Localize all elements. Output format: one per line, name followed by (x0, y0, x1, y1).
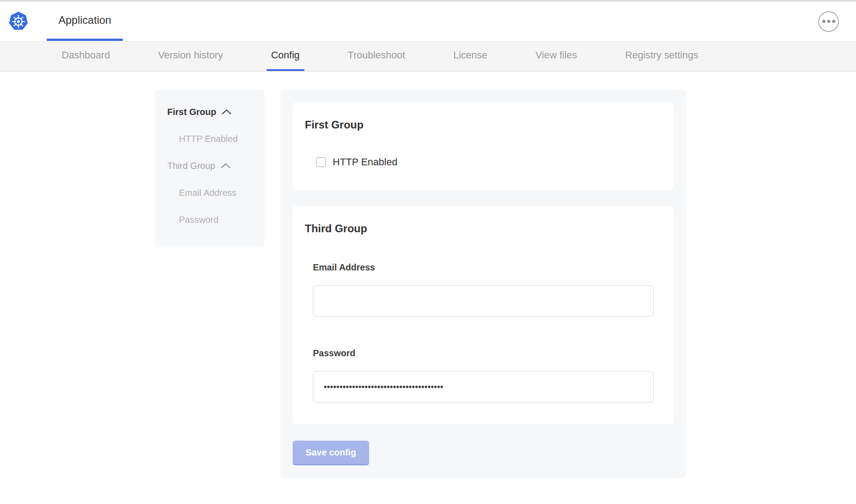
config-group-first: First Group HTTP Enabled (293, 102, 674, 190)
sidebar-item-http-enabled[interactable]: HTTP Enabled (155, 130, 264, 148)
app-tab-application[interactable]: Application (47, 2, 123, 41)
sidebar-item-third-group[interactable]: Third Group (155, 157, 264, 175)
sidebar-item-email-address[interactable]: Email Address (155, 184, 264, 202)
group-title: Third Group (305, 222, 662, 235)
save-config-button[interactable]: Save config (293, 441, 369, 465)
sidebar-item-password[interactable]: Password (155, 211, 264, 229)
sidebar-item-label: Password (179, 215, 218, 225)
tab-dashboard[interactable]: Dashboard (57, 41, 115, 71)
config-group-third: Third Group Email Address Password (293, 206, 674, 424)
password-label: Password (313, 347, 662, 359)
config-page: First Group HTTP Enabled Third Group Ema… (0, 71, 856, 478)
http-enabled-row[interactable]: HTTP Enabled (316, 156, 662, 168)
checkbox-label: HTTP Enabled (333, 156, 397, 168)
config-nav: Dashboard Version history Config Trouble… (0, 41, 856, 71)
http-enabled-checkbox[interactable] (316, 157, 326, 167)
chevron-up-icon (221, 163, 231, 169)
kubernetes-logo-icon (9, 11, 28, 32)
kubernetes-logo (9, 2, 28, 41)
password-field[interactable] (313, 371, 654, 402)
tab-config[interactable]: Config (267, 41, 304, 71)
group-title: First Group (305, 119, 662, 131)
tab-troubleshoot[interactable]: Troubleshoot (343, 41, 410, 71)
app-header: Application (0, 2, 856, 41)
config-sidebar: First Group HTTP Enabled Third Group Ema… (155, 89, 264, 248)
chevron-up-icon (222, 109, 232, 115)
tab-license[interactable]: License (449, 41, 492, 71)
sidebar-item-label: Third Group (167, 161, 215, 171)
email-address-field[interactable] (313, 285, 654, 317)
sidebar-item-label: HTTP Enabled (179, 134, 238, 144)
tab-view-files[interactable]: View files (531, 41, 582, 71)
email-address-label: Email Address (313, 261, 662, 274)
config-panel: First Group HTTP Enabled Third Group Ema… (281, 89, 686, 478)
ellipsis-icon[interactable] (818, 11, 839, 32)
sidebar-item-first-group[interactable]: First Group (155, 103, 264, 121)
tab-version-history[interactable]: Version history (154, 41, 227, 71)
sidebar-item-label: First Group (167, 107, 216, 117)
tab-registry-settings[interactable]: Registry settings (621, 41, 703, 71)
sidebar-item-label: Email Address (179, 188, 236, 198)
